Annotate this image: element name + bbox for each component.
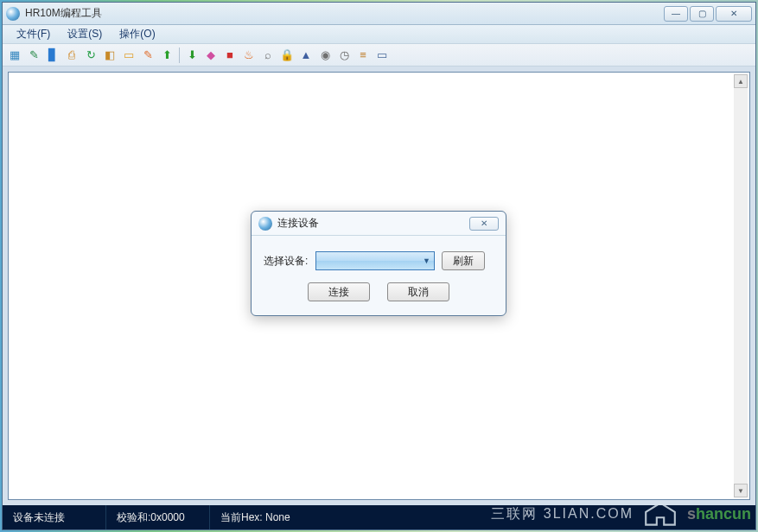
dialog-body: 选择设备: ▼ 刷新 连接 取消 [252,236,506,315]
titlebar: HR10M编程工具 — ▢ ✕ [3,3,755,25]
menu-settings[interactable]: 设置(S) [59,25,111,43]
minimize-button[interactable]: — [664,6,688,22]
erase-icon[interactable]: ◆ [202,47,220,64]
clock-icon[interactable]: ◷ [335,47,353,64]
chevron-down-icon: ▼ [423,256,430,265]
window-icon[interactable]: ▭ [373,47,391,64]
connect-button[interactable]: 连接 [308,282,370,301]
vertical-scrollbar[interactable]: ▲ ▼ [734,74,748,497]
folder-icon[interactable]: ▭ [120,47,137,64]
device-select-row: 选择设备: ▼ 刷新 [264,251,494,270]
edit-icon[interactable]: ✎ [139,47,156,64]
cancel-button[interactable]: 取消 [387,282,449,301]
tri-icon[interactable]: ▲ [297,47,315,64]
new-icon[interactable]: ▦ [6,47,23,64]
scroll-up-icon[interactable]: ▲ [734,74,748,88]
download-icon[interactable]: ⬇ [183,47,201,64]
stop-icon[interactable]: ■ [221,47,239,64]
dialog-button-row: 连接 取消 [264,282,494,301]
status-checksum: 校验和:0x0000 [106,505,210,529]
save-icon[interactable]: ▊ [44,47,61,64]
menu-file[interactable]: 文件(F) [8,25,59,43]
app-icon [6,7,20,21]
list-icon[interactable]: ≡ [354,47,372,64]
scroll-down-icon[interactable]: ▼ [734,484,748,497]
app-title: HR10M编程工具 [25,6,664,21]
link-icon[interactable]: ✎ [25,47,42,64]
status-connection: 设备未连接 [3,505,106,529]
burn-icon[interactable]: ♨ [240,47,258,64]
statusbar: 设备未连接 校验和:0x0000 当前Hex: None [3,505,755,529]
upload-icon[interactable]: ⬆ [158,47,175,64]
zoom-icon[interactable]: ⌕ [259,47,277,64]
device-select-label: 选择设备: [264,254,315,269]
dialog-title: 连接设备 [277,216,469,231]
target-icon[interactable]: ◉ [316,47,334,64]
device-icon[interactable]: ⎙ [63,47,80,64]
maximize-button[interactable]: ▢ [690,6,714,22]
close-button[interactable]: ✕ [716,6,752,22]
menu-operate[interactable]: 操作(O) [111,25,163,43]
lock-icon[interactable]: 🔒 [278,47,296,64]
window-controls: — ▢ ✕ [664,6,752,22]
device-select-combo[interactable]: ▼ [315,251,435,270]
toolbar: ▦✎▊⎙↻◧▭✎⬆⬇◆■♨⌕🔒▲◉◷≡▭ [3,44,755,66]
connect-device-dialog: 连接设备 ✕ 选择设备: ▼ 刷新 连接 取消 [251,211,506,316]
refresh-icon[interactable]: ↻ [82,47,99,64]
dialog-titlebar: 连接设备 ✕ [252,212,506,236]
status-hex: 当前Hex: None [210,505,755,529]
dialog-icon [258,217,272,231]
refresh-button[interactable]: 刷新 [442,251,485,270]
dialog-close-button[interactable]: ✕ [469,217,499,231]
camera-icon[interactable]: ◧ [101,47,118,64]
menubar: 文件(F) 设置(S) 操作(O) [3,25,755,44]
